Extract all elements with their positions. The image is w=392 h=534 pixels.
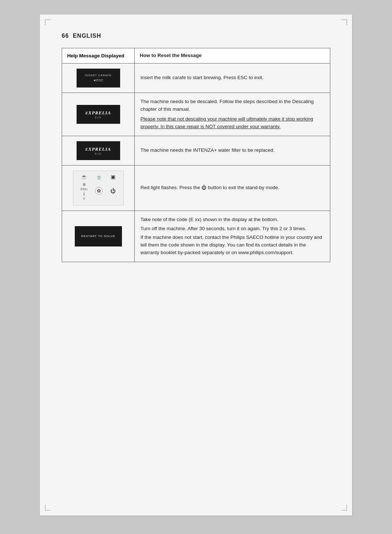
table-row: INSERT CARAFE ◄ESC Insert the milk caraf… xyxy=(62,63,330,93)
control-panel-display: ☕ 🍵 ▣ ≡ ENU i V ✿ ⏻ xyxy=(73,171,124,205)
ctrl-label-enu: ENU xyxy=(81,187,87,191)
exprelia-evo-descale: EVO xyxy=(95,116,102,119)
col-display-header: Help Message Displayed xyxy=(62,48,135,64)
page-language: ENGLISH xyxy=(73,33,101,39)
table-row: RESTART TO SOLVE Take note of the code (… xyxy=(62,211,330,262)
display-cell-carafe: INSERT CARAFE ◄ESC xyxy=(62,63,135,93)
table-row: EXPRELIA EVO The machine needs the INTEN… xyxy=(62,136,330,165)
page-number: 66 xyxy=(62,33,69,39)
exprelia-evo-water: EVO xyxy=(95,152,102,155)
display-restart: RESTART TO SOLVE xyxy=(75,226,122,246)
corner-mark-bl xyxy=(45,505,51,510)
table-row: ☕ 🍵 ▣ ≡ ENU i V ✿ ⏻ xyxy=(62,165,330,211)
reset-text-restart: Take note of the code (E xx) shown in th… xyxy=(135,211,330,262)
corner-mark-tl xyxy=(45,20,51,25)
display-cell-exprelia-water: EXPRELIA EVO xyxy=(62,136,135,165)
reset-text-water: The machine needs the INTENZA+ water fil… xyxy=(135,136,330,165)
ctrl-icon-menu: ≡ xyxy=(82,182,85,187)
display-esc-label: ◄ESC xyxy=(93,78,103,82)
ctrl-icon-mug: 🍵 xyxy=(96,174,102,180)
restart-label: RESTART TO SOLVE xyxy=(81,235,115,238)
exprelia-brand-descale: EXPRELIA xyxy=(85,110,111,116)
control-row-bottom: ≡ ENU i V ✿ ⏻ xyxy=(77,182,120,200)
reset-text-carafe: Insert the milk carafe to start brewing.… xyxy=(135,63,330,93)
corner-mark-br xyxy=(341,505,347,510)
ctrl-icon-info: i xyxy=(83,191,85,197)
page: 66 ENGLISH Help Message Displayed How to… xyxy=(40,15,352,515)
ctrl-label-v: V xyxy=(83,197,85,200)
display-insert-label: INSERT CARAFE xyxy=(85,74,111,77)
ctrl-icon-power: ⏻ xyxy=(110,188,116,194)
table-row: EXPRELIA EVO The machine needs to be des… xyxy=(62,93,330,136)
display-exprelia-descale: EXPRELIA EVO xyxy=(77,105,120,124)
help-table: Help Message Displayed How to Reset the … xyxy=(62,48,330,262)
display-exprelia-water: EXPRELIA EVO xyxy=(77,141,120,160)
exprelia-brand-water: EXPRELIA xyxy=(85,146,111,152)
display-cell-standby: ☕ 🍵 ▣ ≡ ENU i V ✿ ⏻ xyxy=(62,165,135,211)
reset-text-standby: Red light flashes. Press the ⏻ button to… xyxy=(135,165,330,211)
display-cell-restart: RESTART TO SOLVE xyxy=(62,211,135,262)
ctrl-icon-coffee: ☕ xyxy=(81,174,87,180)
display-insert-carafe: INSERT CARAFE ◄ESC xyxy=(77,69,120,87)
ctrl-icon-cup: ▣ xyxy=(111,174,115,180)
reset-text-descale: The machine needs to be descaled. Follow… xyxy=(135,93,330,136)
control-row-top: ☕ 🍵 ▣ xyxy=(77,174,120,180)
page-header: 66 ENGLISH xyxy=(62,33,330,39)
display-cell-exprelia-descale: EXPRELIA EVO xyxy=(62,93,135,136)
corner-mark-tr xyxy=(341,20,347,25)
ctrl-icon-clean: ✿ xyxy=(95,187,103,195)
col-reset-header: How to Reset the Message xyxy=(135,48,330,64)
